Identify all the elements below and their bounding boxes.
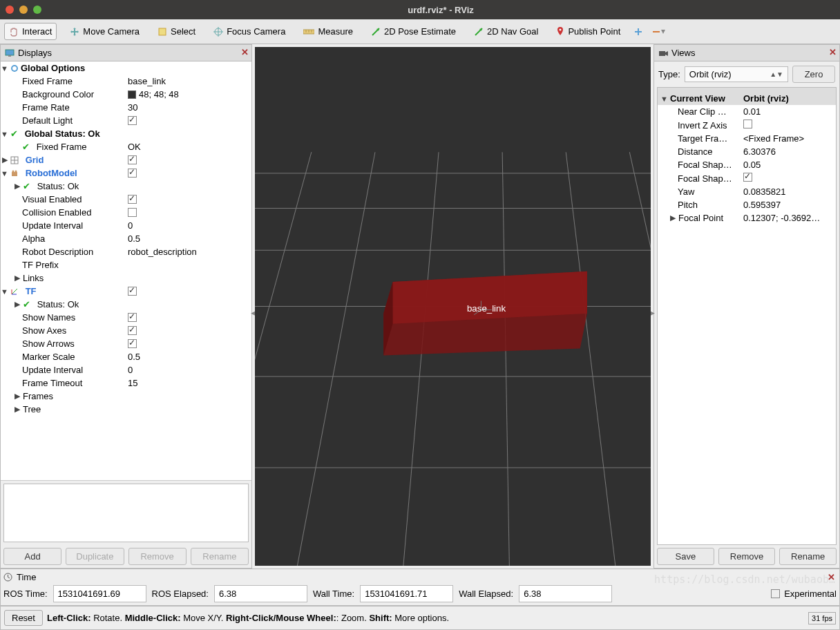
tf-names-checkbox[interactable] <box>128 313 137 322</box>
3d-viewport[interactable]: base_link <box>255 47 651 566</box>
svg-point-12 <box>560 28 562 30</box>
tf-update-value[interactable]: 0 <box>125 365 251 375</box>
rm-tfprefix-label: TF Prefix <box>22 260 59 270</box>
experimental-checkbox[interactable] <box>771 589 780 598</box>
minimize-window-icon[interactable] <box>19 6 28 14</box>
displays-tree[interactable]: ▼Global Options Fixed Framebase_link Bac… <box>1 61 251 481</box>
ros-time-input[interactable] <box>53 585 146 602</box>
rm-collision-label: Collision Enabled <box>22 207 91 218</box>
status-bar: Reset Left-Click: Rotate. Middle-Click: … <box>0 606 840 630</box>
select-tool[interactable]: Select <box>153 23 200 40</box>
tf-timeout-value[interactable]: 15 <box>125 378 251 388</box>
tf-checkbox[interactable] <box>128 287 137 296</box>
rm-visual-checkbox[interactable] <box>128 195 137 204</box>
close-icon[interactable]: ✕ <box>828 572 835 582</box>
grid-item[interactable]: Grid <box>26 155 44 165</box>
wall-time-input[interactable] <box>360 585 453 602</box>
measure-tool[interactable]: Measure <box>298 23 358 40</box>
current-view-label[interactable]: Current View <box>670 93 725 104</box>
fixed-frame-value[interactable]: base_link <box>125 76 251 86</box>
nav-goal-tool[interactable]: 2D Nav Goal <box>469 23 543 40</box>
svg-point-24 <box>12 170 15 172</box>
fps-badge: 31 fps <box>808 612 836 624</box>
rm-links-label[interactable]: Links <box>23 273 44 283</box>
views-tree[interactable]: ▼Current ViewOrbit (rviz) Near Clip …0.0… <box>657 87 837 545</box>
yaw-value[interactable]: 0.0835821 <box>741 185 836 198</box>
green-arrow-icon <box>474 27 484 37</box>
main-toolbar: Interact Move Camera Select Focus Camera… <box>0 19 840 44</box>
tf-marker-value[interactable]: 0.5 <box>125 352 251 362</box>
close-icon[interactable]: ✕ <box>829 47 837 57</box>
tf-item[interactable]: TF <box>26 286 37 296</box>
plus-tool-icon[interactable] <box>633 27 643 37</box>
distance-label: Distance <box>678 146 713 157</box>
reset-button[interactable]: Reset <box>4 610 43 626</box>
remove-view-button[interactable]: Remove <box>718 548 776 565</box>
rm-desc-value[interactable]: robot_description <box>125 247 251 257</box>
invert-z-checkbox[interactable] <box>743 120 752 128</box>
zero-button[interactable]: Zero <box>792 66 835 83</box>
crosshair-icon <box>213 27 223 37</box>
focal-shape-size-value[interactable]: 0.05 <box>741 158 836 171</box>
svg-marker-16 <box>661 30 665 34</box>
pose-estimate-tool[interactable]: 2D Pose Estimate <box>366 23 461 40</box>
displays-panel-title[interactable]: Displays ✕ <box>1 45 251 61</box>
pitch-value[interactable]: 0.595397 <box>741 198 836 211</box>
target-frame-value[interactable]: <Fixed Frame> <box>741 132 836 145</box>
ros-elapsed-input[interactable] <box>214 585 307 602</box>
robot-model-checkbox[interactable] <box>128 169 137 178</box>
pose-estimate-label: 2D Pose Estimate <box>384 26 456 37</box>
rm-update-value[interactable]: 0 <box>125 220 251 231</box>
close-window-icon[interactable] <box>6 6 14 14</box>
svg-line-38 <box>502 152 509 566</box>
close-icon[interactable]: ✕ <box>241 47 249 57</box>
target-frame-label: Target Fra… <box>678 133 727 144</box>
tf-tree-label[interactable]: Tree <box>23 404 41 414</box>
minus-tool-icon[interactable] <box>651 27 665 37</box>
tf-frames-label[interactable]: Frames <box>23 391 53 401</box>
fixed-frame-label: Fixed Frame <box>22 76 73 86</box>
select-label: Select <box>171 26 195 37</box>
near-clip-value[interactable]: 0.01 <box>741 105 836 118</box>
viewport-wrap: ◀ ▶ <box>252 44 653 569</box>
grid-checkbox[interactable] <box>128 155 137 164</box>
rename-button[interactable]: Rename <box>191 548 249 565</box>
focal-point-value[interactable]: 0.12307; -0.3692… <box>741 211 836 225</box>
tf-arrows-checkbox[interactable] <box>128 339 137 348</box>
bg-color-value[interactable]: 48; 48; 48 <box>139 89 179 99</box>
publish-point-tool[interactable]: Publish Point <box>551 23 625 40</box>
view-type-select[interactable]: Orbit (rviz)▲▼ <box>685 66 788 82</box>
distance-value[interactable]: 6.30376 <box>741 145 836 158</box>
wall-elapsed-input[interactable] <box>519 585 612 602</box>
save-view-button[interactable]: Save <box>657 548 714 565</box>
focal-shape-size-label: Focal Shap… <box>678 160 732 170</box>
rm-alpha-value[interactable]: 0.5 <box>125 233 251 244</box>
svg-line-26 <box>12 289 17 294</box>
maximize-window-icon[interactable] <box>33 6 41 14</box>
focus-camera-tool[interactable]: Focus Camera <box>209 23 290 40</box>
robot-model-item[interactable]: RobotModel <box>26 168 77 178</box>
rm-collision-checkbox[interactable] <box>128 208 137 217</box>
duplicate-button[interactable]: Duplicate <box>66 548 124 565</box>
remove-button[interactable]: Remove <box>128 548 187 565</box>
tf-status-label: Status: Ok <box>37 299 79 309</box>
rm-visual-label: Visual Enabled <box>22 194 82 204</box>
default-light-checkbox[interactable] <box>128 116 137 125</box>
add-button[interactable]: Add <box>3 548 61 565</box>
tf-axes-checkbox[interactable] <box>128 326 137 335</box>
experimental-label: Experimental <box>784 589 837 599</box>
interact-tool[interactable]: Interact <box>4 23 57 40</box>
color-swatch-icon <box>128 90 136 99</box>
frame-rate-value[interactable]: 30 <box>125 102 251 113</box>
wall-time-label: Wall Time: <box>313 589 354 599</box>
move-camera-tool[interactable]: Move Camera <box>65 23 144 40</box>
status-fixed-frame-value: OK <box>125 142 251 152</box>
views-panel-title[interactable]: Views ✕ <box>654 45 839 61</box>
focal-point-label[interactable]: Focal Point <box>678 213 723 223</box>
rename-view-button[interactable]: Rename <box>779 548 837 565</box>
ros-elapsed-label: ROS Elapsed: <box>152 589 209 599</box>
monitor-icon <box>5 49 15 57</box>
views-type-label: Type: <box>658 69 680 79</box>
clock-icon <box>3 573 12 582</box>
focal-shape-fixed-checkbox[interactable] <box>743 173 752 182</box>
